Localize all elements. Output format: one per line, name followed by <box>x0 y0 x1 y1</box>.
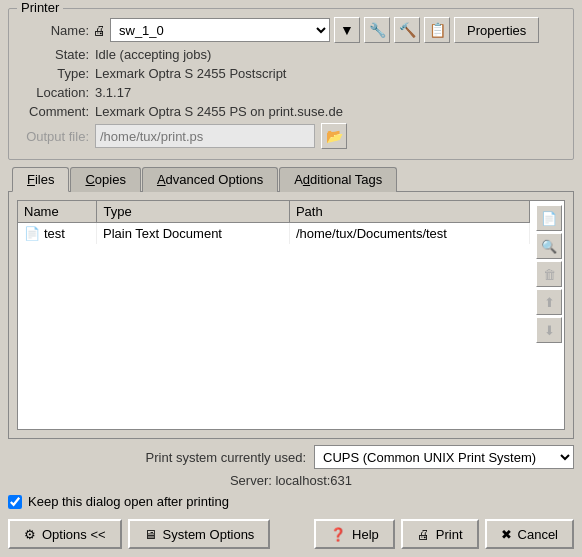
file-name-cell: 📄 test <box>18 223 97 244</box>
keep-open-checkbox[interactable] <box>8 495 22 509</box>
tab-files-label: Files <box>27 172 54 187</box>
files-table: Name Type Path 📄 test Pla <box>18 201 530 429</box>
add-file-btn[interactable]: 📄 <box>536 205 562 231</box>
bottom-section: Print system currently used: CUPS (Commo… <box>8 445 574 549</box>
help-label: Help <box>352 527 379 542</box>
options-label: Options << <box>42 527 106 542</box>
print-icon: 🖨 <box>417 527 430 542</box>
move-up-btn[interactable]: ⬆ <box>536 289 562 315</box>
printer-info-btn[interactable]: 📋 <box>424 17 450 43</box>
output-file-label: Output file: <box>19 129 89 144</box>
system-options-icon: 🖥 <box>144 527 157 542</box>
table-row[interactable]: 📄 test Plain Text Document /home/tux/Doc… <box>18 223 530 245</box>
col-header-name: Name <box>18 201 97 223</box>
cancel-btn[interactable]: ✖ Cancel <box>485 519 574 549</box>
properties-btn[interactable]: Properties <box>454 17 539 43</box>
location-row: Location: 3.1.17 <box>19 85 563 100</box>
state-value: Idle (accepting jobs) <box>95 47 211 62</box>
location-label: Location: <box>19 85 89 100</box>
col-header-path: Path <box>289 201 529 223</box>
files-table-element: Name Type Path 📄 test Pla <box>18 201 530 244</box>
state-label: State: <box>19 47 89 62</box>
tab-copies-label: Copies <box>85 172 125 187</box>
comment-row: Comment: Lexmark Optra S 2455 PS on prin… <box>19 104 563 119</box>
keep-open-row: Keep this dialog open after printing <box>8 492 574 511</box>
print-dialog: Printer Name: 🖨 sw_1_0 ▼ 🔧 🔨 📋 Propertie… <box>0 0 582 557</box>
printer-group: Printer Name: 🖨 sw_1_0 ▼ 🔧 🔨 📋 Propertie… <box>8 8 574 160</box>
printer-select[interactable]: sw_1_0 <box>110 18 330 42</box>
server-label: Server: localhost:631 <box>230 473 352 488</box>
type-value: Lexmark Optra S 2455 Postscript <box>95 66 286 81</box>
view-file-btn[interactable]: 🔍 <box>536 233 562 259</box>
print-label: Print <box>436 527 463 542</box>
server-row: Server: localhost:631 <box>8 473 574 488</box>
comment-label: Comment: <box>19 104 89 119</box>
help-icon: ❓ <box>330 527 346 542</box>
print-system-row: Print system currently used: CUPS (Commo… <box>8 445 574 469</box>
tab-content-files: Name Type Path 📄 test Pla <box>8 191 574 439</box>
comment-value: Lexmark Optra S 2455 PS on print.suse.de <box>95 104 343 119</box>
name-label: Name: <box>19 23 89 38</box>
printer-tool-btn[interactable]: 🔨 <box>394 17 420 43</box>
type-row: Type: Lexmark Optra S 2455 Postscript <box>19 66 563 81</box>
printer-name-row: Name: 🖨 sw_1_0 ▼ 🔧 🔨 📋 Properties <box>19 17 563 43</box>
location-value: 3.1.17 <box>95 85 131 100</box>
move-down-btn[interactable]: ⬇ <box>536 317 562 343</box>
keep-open-label: Keep this dialog open after printing <box>28 494 229 509</box>
remove-file-btn[interactable]: 🗑 <box>536 261 562 287</box>
dropdown-arrow-btn[interactable]: ▼ <box>334 17 360 43</box>
help-btn[interactable]: ❓ Help <box>314 519 395 549</box>
system-options-label: System Options <box>163 527 255 542</box>
state-row: State: Idle (accepting jobs) <box>19 47 563 62</box>
tab-additional-label: Additional Tags <box>294 172 382 187</box>
tab-additional[interactable]: Additional Tags <box>279 167 397 192</box>
tabs-container: Files Copies Advanced Options Additional… <box>8 166 574 439</box>
file-doc-icon: 📄 <box>24 226 40 241</box>
cancel-label: Cancel <box>518 527 558 542</box>
output-file-input[interactable] <box>95 124 315 148</box>
output-file-browse-btn[interactable]: 📂 <box>321 123 347 149</box>
options-icon: ⚙ <box>24 527 36 542</box>
system-options-btn[interactable]: 🖥 System Options <box>128 519 271 549</box>
tab-advanced[interactable]: Advanced Options <box>142 167 278 192</box>
files-table-wrapper: Name Type Path 📄 test Pla <box>17 200 565 430</box>
options-btn[interactable]: ⚙ Options << <box>8 519 122 549</box>
print-btn[interactable]: 🖨 Print <box>401 519 479 549</box>
type-label: Type: <box>19 66 89 81</box>
printer-queue-btn[interactable]: 🔧 <box>364 17 390 43</box>
tab-files[interactable]: Files <box>12 167 69 192</box>
button-row: ⚙ Options << 🖥 System Options ❓ Help 🖨 P… <box>8 519 574 549</box>
output-file-row: Output file: 📂 <box>19 123 563 149</box>
file-path-cell: /home/tux/Documents/test <box>289 223 529 245</box>
file-type-cell: Plain Text Document <box>97 223 289 245</box>
print-system-select[interactable]: CUPS (Common UNIX Print System) <box>314 445 574 469</box>
cancel-icon: ✖ <box>501 527 512 542</box>
col-header-type: Type <box>97 201 289 223</box>
tab-copies[interactable]: Copies <box>70 167 140 192</box>
print-system-label: Print system currently used: <box>146 450 306 465</box>
tab-advanced-label: Advanced Options <box>157 172 263 187</box>
printer-group-label: Printer <box>17 0 63 15</box>
tab-bar: Files Copies Advanced Options Additional… <box>8 166 574 191</box>
table-action-btns: 📄 🔍 🗑 ⬆ ⬇ <box>534 201 564 429</box>
